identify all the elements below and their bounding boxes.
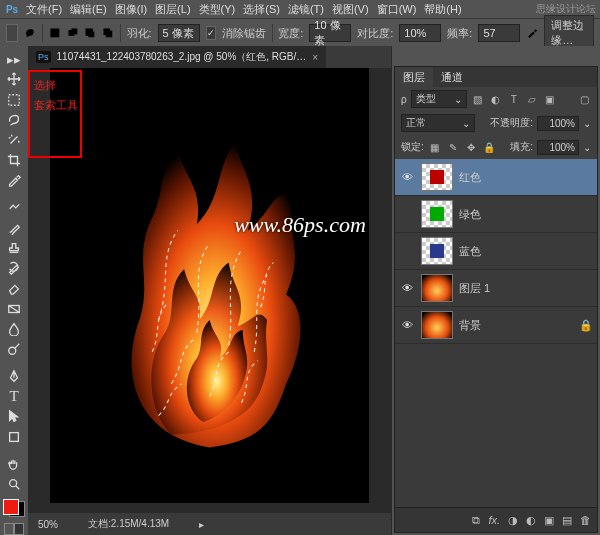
feather-input[interactable]: 5 像素 [158, 24, 200, 42]
filter-type-icon[interactable]: T [507, 92, 521, 106]
eraser-tool-icon[interactable] [3, 279, 25, 297]
filter-adjust-icon[interactable]: ◐ [489, 92, 503, 106]
freq-input[interactable]: 57 [478, 24, 520, 42]
fill-label: 填充: [510, 140, 533, 154]
quick-mask-toggle[interactable] [4, 523, 24, 535]
document-tab[interactable]: Ps 11074431_122403780263_2.jpg @ 50%（红色,… [28, 46, 326, 68]
zoom-tool-icon[interactable] [3, 475, 25, 493]
shape-tool-icon[interactable] [3, 428, 25, 446]
brush-tool-icon[interactable] [3, 219, 25, 237]
lock-trans-icon[interactable]: ▦ [428, 140, 442, 154]
stamp-tool-icon[interactable] [3, 239, 25, 257]
move-tool-icon[interactable] [3, 70, 25, 88]
menu-image[interactable]: 图像(I) [115, 2, 147, 17]
canvas[interactable] [50, 68, 369, 503]
selection-new-icon[interactable] [49, 24, 61, 42]
fx-icon[interactable]: fx. [488, 514, 500, 526]
status-chevron-icon[interactable]: ▸ [199, 519, 204, 530]
visibility-toggle-icon[interactable]: 👁 [399, 280, 415, 296]
close-tab-icon[interactable]: × [312, 52, 318, 63]
menu-window[interactable]: 窗口(W) [377, 2, 417, 17]
contrast-input[interactable]: 10% [399, 24, 441, 42]
blend-mode-dropdown[interactable]: 正常⌄ [401, 114, 475, 132]
menu-select[interactable]: 选择(S) [243, 2, 280, 17]
visibility-toggle-icon[interactable] [399, 243, 415, 259]
width-input[interactable]: 10 像素 [309, 24, 351, 42]
menu-help[interactable]: 帮助(H) [424, 2, 461, 17]
layer-thumb[interactable] [421, 200, 453, 228]
layer-thumb[interactable] [421, 274, 453, 302]
layer-thumb[interactable] [421, 311, 453, 339]
visibility-toggle-icon[interactable]: 👁 [399, 169, 415, 185]
menu-view[interactable]: 视图(V) [332, 2, 369, 17]
path-select-tool-icon[interactable] [3, 407, 25, 425]
trash-icon[interactable]: 🗑 [580, 514, 591, 526]
visibility-toggle-icon[interactable]: 👁 [399, 317, 415, 333]
history-brush-tool-icon[interactable] [3, 259, 25, 277]
tab-channels[interactable]: 通道 [433, 67, 471, 88]
kind-label-icon: ρ [401, 94, 407, 105]
adjustment-icon[interactable]: ◐ [526, 514, 536, 527]
gradient-tool-icon[interactable] [3, 299, 25, 317]
mask-icon[interactable]: ◑ [508, 514, 518, 527]
color-swatch[interactable] [3, 499, 25, 517]
menu-file[interactable]: 文件(F) [26, 2, 62, 17]
app-root: Ps 文件(F) 编辑(E) 图像(I) 图层(L) 类型(Y) 选择(S) 滤… [0, 0, 600, 535]
hand-tool-icon[interactable] [3, 455, 25, 473]
layer-thumb[interactable] [421, 237, 453, 265]
eyedropper-tool-icon[interactable] [3, 171, 25, 189]
tool-preset-swatch[interactable] [6, 24, 18, 42]
svg-rect-7 [9, 94, 20, 105]
menu-layer[interactable]: 图层(L) [155, 2, 190, 17]
filter-smart-icon[interactable]: ▣ [543, 92, 557, 106]
svg-point-11 [10, 480, 17, 487]
layer-filter-row: ρ 类型⌄ ▧ ◐ T ▱ ▣ ▢ [395, 87, 597, 111]
svg-point-9 [9, 347, 16, 354]
filter-toggle-icon[interactable]: ▢ [577, 92, 591, 106]
filter-shape-icon[interactable]: ▱ [525, 92, 539, 106]
layer-row[interactable]: 蓝色 [395, 233, 597, 270]
lasso-tool-icon [24, 24, 36, 42]
layer-name: 蓝色 [459, 244, 481, 259]
menu-edit[interactable]: 编辑(E) [70, 2, 107, 17]
filter-pixel-icon[interactable]: ▧ [471, 92, 485, 106]
crop-tool-icon[interactable] [3, 151, 25, 169]
layer-thumb[interactable] [421, 163, 453, 191]
new-layer-icon[interactable]: ▤ [562, 514, 572, 527]
magic-wand-tool-icon[interactable] [3, 131, 25, 149]
collapse-icon[interactable]: ▸▸ [3, 50, 25, 68]
lock-paint-icon[interactable]: ✎ [446, 140, 460, 154]
opacity-input[interactable]: 100% [537, 116, 579, 131]
marquee-tool-icon[interactable] [3, 90, 25, 108]
antialias-checkbox[interactable]: ✓ [206, 26, 216, 40]
visibility-toggle-icon[interactable] [399, 206, 415, 222]
filter-kind-dropdown[interactable]: 类型⌄ [411, 90, 467, 108]
fg-color-swatch[interactable] [3, 499, 19, 515]
pen-tool-icon[interactable] [3, 367, 25, 385]
layer-row[interactable]: 👁图层 1 [395, 270, 597, 307]
lock-pos-icon[interactable]: ✥ [464, 140, 478, 154]
layer-row[interactable]: 👁背景🔒 [395, 307, 597, 344]
tab-layers[interactable]: 图层 [395, 67, 433, 88]
lock-all-icon[interactable]: 🔒 [482, 140, 496, 154]
feather-label: 羽化: [127, 26, 152, 41]
selection-intersect-icon[interactable] [102, 24, 114, 42]
group-icon[interactable]: ▣ [544, 514, 554, 527]
blur-tool-icon[interactable] [3, 320, 25, 338]
link-layers-icon[interactable]: ⧉ [472, 514, 480, 527]
pen-pressure-icon[interactable] [526, 24, 538, 42]
heal-tool-icon[interactable] [3, 198, 25, 216]
layer-row[interactable]: 绿色 [395, 196, 597, 233]
dodge-tool-icon[interactable] [3, 340, 25, 358]
menu-type[interactable]: 类型(Y) [199, 2, 236, 17]
selection-add-icon[interactable] [67, 24, 79, 42]
selection-subtract-icon[interactable] [84, 24, 96, 42]
type-tool-icon[interactable]: T [3, 387, 25, 405]
fill-input[interactable]: 100% [537, 140, 579, 155]
menu-filter[interactable]: 滤镜(T) [288, 2, 324, 17]
layer-row[interactable]: 👁红色 [395, 159, 597, 196]
zoom-level[interactable]: 50% [38, 519, 58, 530]
lasso-tool-icon[interactable] [3, 111, 25, 129]
right-panel-dock: 图层 通道 ρ 类型⌄ ▧ ◐ T ▱ ▣ ▢ 正常⌄ 不透明度: 100%⌄ [391, 46, 600, 535]
layer-name: 绿色 [459, 207, 481, 222]
